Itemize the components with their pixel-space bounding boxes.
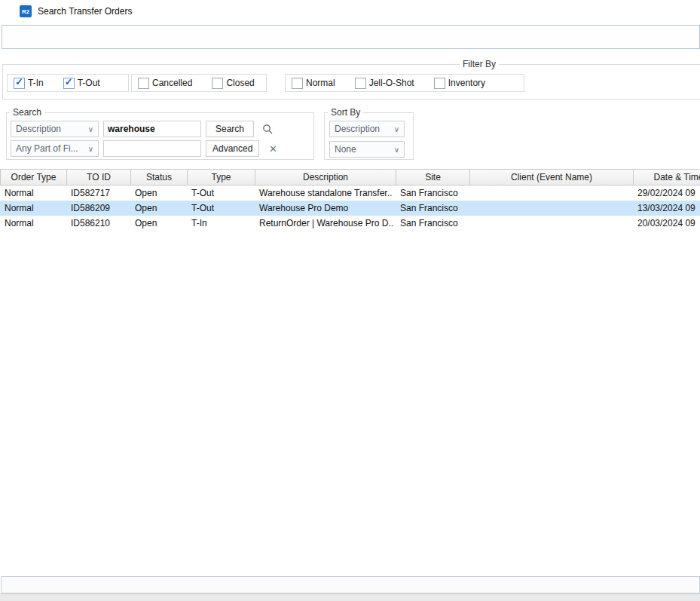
checkbox-t-in[interactable]: T-In [14,78,44,89]
checkbox-label: T-In [28,78,44,88]
column-header[interactable]: Date & Time [634,169,700,186]
column-header[interactable]: Client (Event Name) [470,169,634,186]
search-group-label: Search [10,107,44,118]
column-header[interactable]: Status [131,169,188,186]
table-cell: Warehouse standalone Transfer.. [255,188,396,198]
table-cell: San Francisco [396,203,469,213]
checkbox-icon [63,78,75,89]
filter-by-label: Filter By [460,59,499,69]
search-field-dropdown[interactable]: Description ∨ [11,121,99,137]
table-cell: San Francisco [396,218,469,228]
clear-icon[interactable]: ✕ [264,140,282,157]
status-filter-group: Cancelled Closed [131,74,267,92]
table-cell: ReturnOrder | Warehouse Pro D.. [255,218,396,228]
checkbox-t-out[interactable]: T-Out [63,78,100,89]
table-cell: Normal [0,188,66,198]
search-icon[interactable] [258,121,277,137]
toolbar-panel [2,25,700,49]
sort-secondary-dropdown[interactable]: None ∨ [329,141,405,158]
checkbox-jell-o-shot[interactable]: Jell-O-Shot [355,78,414,89]
table-cell: San Francisco [396,188,469,198]
search-match-dropdown[interactable]: Any Part of Fi... ∨ [11,140,99,157]
search-query-input[interactable] [103,121,201,137]
chevron-down-icon: ∨ [88,125,93,133]
table-cell: 20/03/2024 09 [633,218,700,228]
table-cell: Open [130,188,187,198]
checkbox-label: Inventory [448,78,485,88]
checkbox-inventory[interactable]: Inventory [434,78,485,89]
checkbox-icon [434,78,445,89]
search-match-value: Any Part of Fi... [16,143,78,154]
checkbox-icon [212,78,223,89]
table-cell: Open [130,203,187,213]
window-bottom-edge [0,593,700,601]
table-body: NormalID582717OpenT-OutWarehouse standal… [0,186,700,231]
column-header[interactable]: TO ID [67,169,131,186]
transfer-direction-group: T-In T-Out [7,74,129,92]
checkbox-normal[interactable]: Normal [292,78,335,89]
table-cell: Normal [0,203,66,213]
table-cell: Warehouse Pro Demo [255,203,396,213]
sort-by-group: Sort By Description ∨ None ∨ [324,107,414,160]
checkbox-label: T-Out [78,78,100,88]
results-table: Order TypeTO IDStatusTypeDescriptionSite… [0,169,700,575]
search-field-value: Description [16,124,61,134]
checkbox-icon [138,78,149,89]
column-header[interactable]: Site [396,169,470,186]
search-button[interactable]: Search [206,121,254,137]
window-title: Search Transfer Orders [38,6,132,17]
checkbox-cancelled[interactable]: Cancelled [138,78,192,89]
chevron-down-icon: ∨ [88,145,93,153]
table-cell: ID582717 [66,188,130,198]
sort-controls: Description ∨ None ∨ [325,121,413,158]
checkbox-closed[interactable]: Closed [212,78,254,89]
search-row-1: Description ∨ Search [7,121,313,137]
checkbox-label: Cancelled [152,78,192,88]
checkbox-icon [14,78,25,89]
title-bar: R2 Search Transfer Orders [0,0,700,23]
sort-primary-dropdown[interactable]: Description ∨ [329,121,405,137]
table-cell: Normal [0,218,66,228]
table-cell: Open [130,218,187,228]
sort-secondary-value: None [335,144,356,155]
column-header[interactable]: Description [255,169,396,186]
checkbox-icon [355,78,366,89]
advanced-button[interactable]: Advanced [206,140,259,157]
filter-by-group: Filter By T-In T-Out Cancelled Closed [2,59,700,100]
checkbox-label: Normal [306,78,335,88]
table-cell: ID586209 [66,203,130,213]
sort-by-label: Sort By [328,107,363,118]
table-header: Order TypeTO IDStatusTypeDescriptionSite… [0,169,700,186]
table-cell: ID586210 [66,218,130,228]
table-cell: T-Out [187,188,255,198]
table-row[interactable]: NormalID586210OpenT-InReturnOrder | Ware… [0,216,700,231]
status-bar [1,576,700,593]
search-transfer-orders-window: R2 Search Transfer Orders Filter By T-In… [0,0,700,601]
search-secondary-input[interactable] [103,140,201,157]
table-cell: T-Out [187,203,255,213]
search-row-2: Any Part of Fi... ∨ Advanced ✕ [7,140,313,157]
chevron-down-icon: ∨ [394,125,399,133]
column-header[interactable]: Type [188,169,255,186]
search-group: Search Description ∨ Search Any Part of … [6,107,314,160]
checkbox-label: Jell-O-Shot [369,78,414,88]
table-cell: 29/02/2024 09 [633,188,700,198]
table-row[interactable]: NormalID582717OpenT-OutWarehouse standal… [0,186,700,201]
app-icon: R2 [20,5,32,17]
column-header[interactable]: Order Type [1,169,67,186]
chevron-down-icon: ∨ [394,146,399,154]
table-row[interactable]: NormalID586209OpenT-OutWarehouse Pro Dem… [0,201,700,216]
checkbox-icon [292,78,303,89]
table-cell: 13/03/2024 09 [633,203,700,213]
table-cell: T-In [187,218,255,228]
checkbox-label: Closed [226,78,254,88]
order-kind-filter-group: Normal Jell-O-Shot Inventory [285,74,524,92]
sort-primary-value: Description [335,124,380,134]
